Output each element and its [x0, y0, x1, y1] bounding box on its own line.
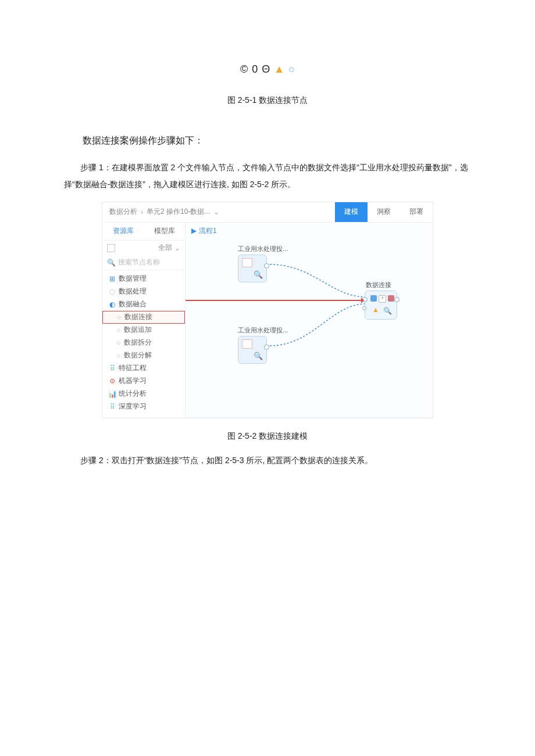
tree-sub-data-split[interactable]: ○数据拆分 [102, 336, 185, 349]
file-icon [242, 258, 252, 267]
node-title: 工业用水处理投... [238, 245, 270, 253]
side-panel: 资源库 模型库 全部 ⌄ 🔍 搜索节点名称 ⊞数据管理 ◌数据处理 [102, 223, 186, 418]
tree-sub-data-append[interactable]: ○数据追加 [102, 324, 185, 336]
tree-dl[interactable]: ⠿深度学习 [102, 400, 185, 413]
cloud-icon: ○ [288, 63, 295, 75]
triangle-icon: ▲ [274, 63, 284, 75]
search-placeholder: 搜索节点名称 [118, 257, 160, 267]
breadcrumb-sep: › [141, 208, 143, 216]
tree-stats[interactable]: 📊统计分析 [102, 388, 185, 400]
chip-icon [388, 295, 394, 302]
node-body[interactable]: + ▲ 🔍 [365, 291, 397, 320]
step-2-text: 步骤 2：双击打开“数据连接”节点，如图 2-5-3 所示, 配置两个数据表的连… [64, 452, 471, 469]
output-port[interactable] [394, 297, 400, 302]
filter-dropdown-icon[interactable]: ⌄ [174, 244, 180, 252]
red-drag-arrow [186, 300, 363, 301]
input-port-2[interactable] [362, 306, 366, 310]
canvas-node-input-2[interactable]: 工业用水处理投... 🔍 [238, 326, 270, 364]
figure-caption-2: 图 2-5-2 数据连接建模 [64, 431, 471, 442]
bullet-icon: ○ [116, 326, 120, 334]
breadcrumb-item[interactable]: 单元2 操作10-数据... [147, 207, 210, 217]
side-filter-row: 全部 ⌄ [102, 241, 185, 256]
ml-icon: ⚙ [108, 377, 116, 385]
search-input[interactable]: 🔍 搜索节点名称 [102, 256, 185, 270]
layout-grid-icon[interactable] [107, 244, 115, 252]
chart-icon: 📊 [108, 390, 116, 398]
bullet-icon: ○ [116, 339, 120, 347]
app-topbar: 数据分析 › 单元2 操作10-数据... ⌄ 建模 洞察 部署 [102, 202, 433, 223]
warning-icon: ▲ [372, 306, 379, 314]
node-tree: ⊞数据管理 ◌数据处理 ◐数据融合 ○数据连接 ○数据追加 ○数据拆分 ○数据分… [102, 270, 185, 418]
breadcrumb-root[interactable]: 数据分析 [109, 207, 137, 217]
magnify-icon[interactable]: 🔍 [254, 352, 263, 360]
figure-2-5-2: 数据分析 › 单元2 操作10-数据... ⌄ 建模 洞察 部署 资源库 模型库 [102, 202, 433, 418]
step-1-text: 步骤 1：在建模界面放置 2 个文件输入节点，文件输入节点中的数据文件选择“工业… [64, 159, 471, 194]
copyright-icon: © [240, 63, 248, 75]
tree-ml[interactable]: ⚙机器学习 [102, 375, 185, 388]
node-body[interactable]: 🔍 [238, 255, 267, 282]
tab-modeling[interactable]: 建模 [335, 202, 368, 222]
dl-icon: ⠿ [108, 403, 116, 411]
canvas-node-input-1[interactable]: 工业用水处理投... 🔍 [238, 245, 270, 282]
canvas-node-merge[interactable]: 数据连接 + ▲ 🔍 [365, 281, 397, 320]
merge-icon: ◐ [108, 300, 116, 309]
tree-data-manage[interactable]: ⊞数据管理 [102, 273, 185, 285]
side-tab-model[interactable]: 模型库 [144, 223, 185, 240]
node-title: 数据连接 [366, 281, 397, 289]
output-port[interactable] [264, 263, 269, 268]
tree-feature-eng[interactable]: ⠿特征工程 [102, 362, 185, 375]
side-tab-resource[interactable]: 资源库 [102, 223, 144, 240]
db-icon: ⊞ [108, 275, 116, 283]
node-body[interactable]: 🔍 [238, 336, 267, 364]
tab-insight[interactable]: 洞察 [368, 202, 400, 222]
plus-icon: + [379, 295, 386, 303]
feature-icon: ⠿ [108, 364, 116, 372]
tree-sub-data-decompose[interactable]: ○数据分解 [102, 349, 185, 362]
tree-data-fusion[interactable]: ◐数据融合 [102, 298, 185, 311]
tab-deploy[interactable]: 部署 [400, 202, 433, 222]
intro-text: 数据连接案例操作步骤如下： [64, 131, 471, 150]
output-port[interactable] [264, 345, 269, 350]
modeling-canvas[interactable]: ▶ 流程1 工业用水处理投... 🔍 [186, 223, 433, 418]
magnify-icon[interactable]: 🔍 [383, 307, 392, 315]
document-page: © 0 Θ ▲ ○ 图 2-5-1 数据连接节点 数据连接案例操作步骤如下： 步… [0, 0, 535, 469]
node-title: 工业用水处理投... [238, 326, 270, 335]
figure-caption-1: 图 2-5-1 数据连接节点 [64, 95, 471, 106]
bullet-icon: ○ [117, 313, 121, 321]
search-icon: 🔍 [107, 259, 116, 267]
breadcrumb-dropdown-icon[interactable]: ⌄ [213, 208, 219, 216]
file-icon [242, 339, 252, 349]
zero-icon: 0 [252, 63, 258, 75]
theta-icon: Θ [262, 63, 270, 75]
magnify-icon[interactable]: 🔍 [254, 270, 263, 279]
filter-all[interactable]: 全部 [158, 243, 172, 253]
icon-symbol-row: © 0 Θ ▲ ○ [64, 64, 471, 74]
tree-sub-data-connect[interactable]: ○数据连接 [102, 311, 185, 324]
chip-icon [370, 295, 377, 302]
gear-icon: ◌ [108, 288, 116, 296]
bullet-icon: ○ [116, 352, 120, 360]
tree-data-process[interactable]: ◌数据处理 [102, 285, 185, 298]
